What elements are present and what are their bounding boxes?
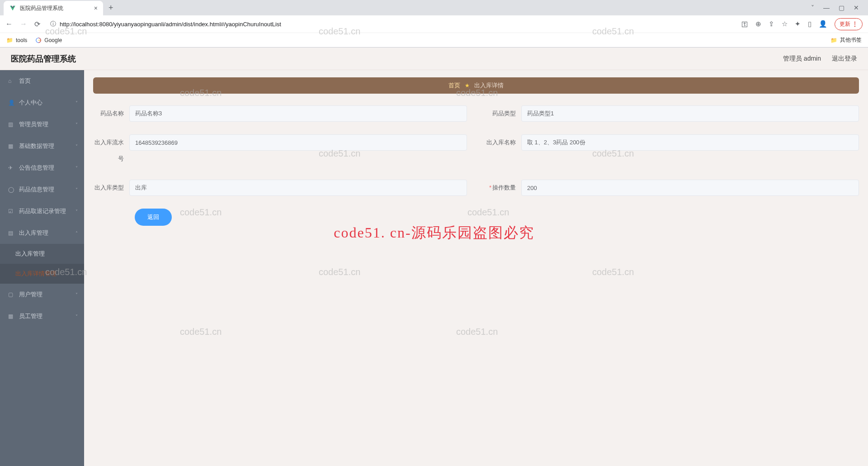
sidebar-sublabel-inout1: 出入库管理 bbox=[15, 250, 45, 258]
breadcrumb-current: 出入库详情 bbox=[474, 81, 504, 90]
home-icon: ⌂ bbox=[8, 78, 14, 84]
sidebar-label-personal: 个人中心 bbox=[19, 99, 42, 107]
new-tab-button[interactable]: + bbox=[108, 3, 113, 13]
bookmark-other-label: 其他书签 bbox=[840, 36, 862, 44]
star-icon: ★ bbox=[465, 82, 470, 89]
extensions-icon[interactable]: ✦ bbox=[795, 20, 801, 28]
sidebar-sublabel-inout2: 出入库详情管理 bbox=[15, 270, 57, 278]
input-medicine-type[interactable] bbox=[521, 105, 859, 122]
bookmark-tools[interactable]: 📁 tools bbox=[6, 37, 27, 43]
back-icon[interactable]: ← bbox=[5, 20, 13, 28]
send-icon: ✈ bbox=[8, 165, 14, 171]
app-body: ⌂ 首页 👤 个人中心 ▥ 管理员管理 ▦ 基础数据管理 ✈ 公告信息管理 ◯ … bbox=[0, 70, 868, 466]
label-serial: 出入库流水号 bbox=[93, 134, 129, 167]
app-title: 医院药品管理系统 bbox=[11, 53, 76, 64]
check-icon: ☑ bbox=[8, 208, 14, 214]
sidebar-item-staff[interactable]: ▦ 员工管理 bbox=[0, 305, 84, 327]
minimize-icon[interactable]: — bbox=[823, 4, 830, 11]
bookmark-other[interactable]: 📁 其他书签 bbox=[830, 36, 862, 44]
share-icon[interactable]: ⇪ bbox=[769, 20, 774, 28]
user-label[interactable]: 管理员 admin bbox=[783, 55, 821, 63]
breadcrumb-home[interactable]: 首页 bbox=[448, 81, 460, 90]
sidebar-label-basedata: 基础数据管理 bbox=[19, 142, 54, 150]
input-medicine-name[interactable] bbox=[129, 105, 467, 122]
forward-icon[interactable]: → bbox=[20, 20, 27, 28]
tab-strip: 医院药品管理系统 × + ˅ — ▢ ✕ bbox=[0, 0, 868, 15]
sidebar-item-inout[interactable]: ▤ 出入库管理 bbox=[0, 222, 84, 244]
input-serial[interactable] bbox=[129, 134, 467, 151]
maximize-icon[interactable]: ▢ bbox=[839, 4, 844, 11]
sidebar-label-admin: 管理员管理 bbox=[19, 120, 48, 128]
circle-icon: ◯ bbox=[8, 186, 14, 193]
star-icon[interactable]: ☆ bbox=[782, 20, 788, 28]
sidebar-item-usermgmt[interactable]: ▢ 用户管理 bbox=[0, 284, 84, 305]
sidebar-label-usermgmt: 用户管理 bbox=[19, 290, 42, 299]
detail-form: 药品名称 药品类型 出入库流水号 出入库名称 bbox=[93, 103, 859, 228]
bars-icon: ▥ bbox=[8, 121, 14, 128]
profile-icon[interactable]: 👤 bbox=[819, 20, 827, 28]
sidebar-label-staff: 员工管理 bbox=[19, 312, 42, 320]
grid-icon: ▦ bbox=[8, 313, 14, 319]
tab-title: 医院药品管理系统 bbox=[20, 5, 90, 12]
stack-icon: ▤ bbox=[8, 230, 14, 236]
bookmark-bar: 📁 tools Google 📁 其他书签 bbox=[0, 33, 868, 47]
url-bar[interactable]: ⓘ http://localhost:8080/yiyuanyaopinguan… bbox=[46, 17, 736, 31]
menu-dots-icon: ⋮ bbox=[852, 21, 858, 27]
sidebar-label-home: 首页 bbox=[19, 77, 31, 85]
main-content: 首页 ★ 出入库详情 药品名称 药品类型 出入库 bbox=[84, 70, 868, 466]
label-medicine-type: 药品类型 bbox=[485, 105, 521, 122]
panel-icon[interactable]: ▯ bbox=[808, 20, 811, 28]
sidebar-item-home[interactable]: ⌂ 首页 bbox=[0, 70, 84, 92]
breadcrumb: 首页 ★ 出入库详情 bbox=[93, 77, 859, 94]
chevron-down-icon[interactable]: ˅ bbox=[811, 4, 814, 11]
site-info-icon[interactable]: ⓘ bbox=[50, 20, 56, 28]
form-item-inout-type: 出入库类型 bbox=[93, 180, 467, 196]
label-inout-name: 出入库名称 bbox=[485, 134, 521, 151]
folder-icon: 📁 bbox=[830, 37, 837, 43]
input-inout-type[interactable] bbox=[129, 180, 467, 196]
sidebar-subitem-inout-detail[interactable]: 出入库详情管理 bbox=[0, 264, 84, 284]
sidebar-item-personal[interactable]: 👤 个人中心 bbox=[0, 92, 84, 114]
app-header: 医院药品管理系统 管理员 admin 退出登录 bbox=[0, 48, 868, 70]
nav-right: ⚿ ⊕ ⇪ ☆ ✦ ▯ 👤 更新 ⋮ bbox=[741, 18, 863, 30]
form-actions: 返回 bbox=[93, 209, 859, 226]
bookmark-tools-label: tools bbox=[16, 37, 27, 43]
url-text: http://localhost:8080/yiyuanyaopinguanli… bbox=[60, 21, 281, 28]
browser-tab[interactable]: 医院药品管理系统 × bbox=[4, 1, 103, 15]
form-item-op-qty: *操作数量 bbox=[485, 180, 859, 196]
form-item-medicine-type: 药品类型 bbox=[485, 105, 859, 122]
label-medicine-name: 药品名称 bbox=[93, 105, 129, 122]
sidebar-item-medicine[interactable]: ◯ 药品信息管理 bbox=[0, 179, 84, 200]
sidebar-label-inout: 出入库管理 bbox=[19, 229, 48, 237]
sidebar-item-admin[interactable]: ▥ 管理员管理 bbox=[0, 114, 84, 135]
user-icon: 👤 bbox=[8, 100, 14, 106]
vue-favicon-icon bbox=[9, 5, 16, 12]
update-button[interactable]: 更新 ⋮ bbox=[835, 18, 863, 30]
label-inout-type: 出入库类型 bbox=[93, 180, 129, 196]
window-controls: ˅ — ▢ ✕ bbox=[811, 4, 864, 11]
reload-icon[interactable]: ⟳ bbox=[34, 20, 40, 29]
sidebar-item-basedata[interactable]: ▦ 基础数据管理 bbox=[0, 135, 84, 157]
sidebar-label-announce: 公告信息管理 bbox=[19, 164, 54, 172]
bookmark-google[interactable]: Google bbox=[35, 37, 62, 43]
key-icon[interactable]: ⚿ bbox=[741, 20, 748, 28]
nav-icons: ← → ⟳ bbox=[5, 20, 40, 29]
bookmark-google-label: Google bbox=[44, 37, 62, 43]
update-label: 更新 bbox=[840, 20, 850, 28]
back-button[interactable]: 返回 bbox=[135, 209, 172, 226]
sidebar-item-return[interactable]: ☑ 药品取退记录管理 bbox=[0, 200, 84, 222]
sidebar-label-medicine: 药品信息管理 bbox=[19, 185, 54, 194]
list-icon: ▦ bbox=[8, 143, 14, 149]
sidebar-item-announce[interactable]: ✈ 公告信息管理 bbox=[0, 157, 84, 179]
nav-bar: ← → ⟳ ⓘ http://localhost:8080/yiyuanyaop… bbox=[0, 15, 868, 33]
close-window-icon[interactable]: ✕ bbox=[854, 4, 859, 11]
input-inout-name[interactable] bbox=[521, 134, 859, 151]
tab-close-icon[interactable]: × bbox=[94, 5, 98, 12]
square-icon: ▢ bbox=[8, 291, 14, 298]
sidebar-label-return: 药品取退记录管理 bbox=[19, 207, 66, 215]
logout-button[interactable]: 退出登录 bbox=[832, 55, 857, 63]
zoom-icon[interactable]: ⊕ bbox=[755, 20, 761, 28]
form-item-medicine-name: 药品名称 bbox=[93, 105, 467, 122]
sidebar-subitem-inout-mgmt[interactable]: 出入库管理 bbox=[0, 244, 84, 264]
input-op-qty[interactable] bbox=[521, 180, 859, 196]
